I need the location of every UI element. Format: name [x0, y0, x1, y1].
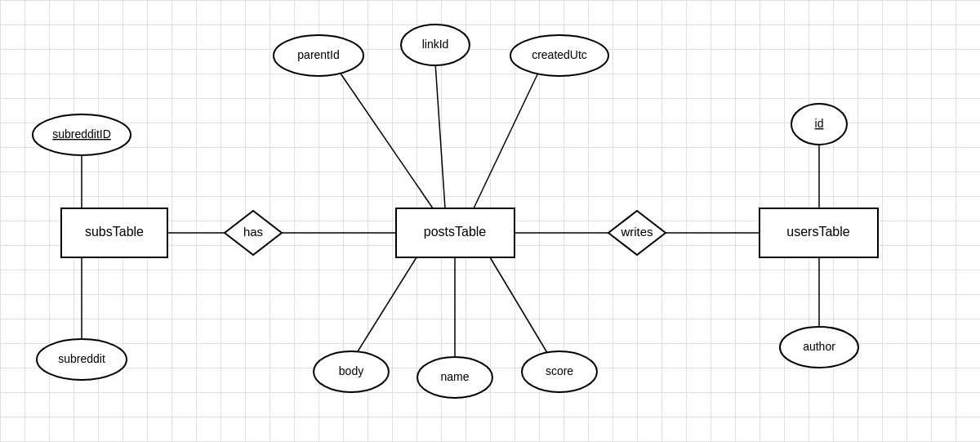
relationship-writes-label: writes [620, 225, 653, 239]
attribute-id-label: id [815, 117, 824, 130]
line-score-poststable [490, 257, 549, 355]
line-body-poststable [355, 257, 416, 355]
entity-substable-label: subsTable [85, 225, 144, 239]
attribute-subreddit-label: subreddit [58, 352, 105, 365]
line-linkid-poststable [435, 63, 445, 208]
relationship-has-label: has [243, 225, 263, 239]
attribute-score-label: score [546, 364, 573, 377]
attribute-name-label: name [440, 370, 469, 383]
line-parentid-poststable [339, 71, 433, 208]
entity-userstable-label: usersTable [786, 225, 849, 239]
entity-poststable-label: postsTable [424, 225, 487, 239]
attribute-subredditid-label: subredditID [52, 127, 111, 141]
line-createdutc-poststable [474, 71, 539, 208]
attribute-linkid-label: linkId [422, 38, 449, 51]
er-diagram: subsTable postsTable usersTable has writ… [0, 0, 980, 442]
attribute-body-label: body [339, 364, 363, 377]
attribute-parentid-label: parentId [297, 48, 339, 61]
attribute-author-label: author [803, 340, 835, 353]
attribute-createdutc-label: createdUtc [532, 48, 587, 61]
